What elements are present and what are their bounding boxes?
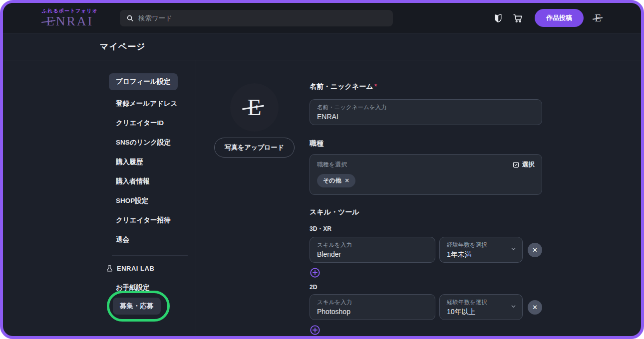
skill-input-value: Photoshop	[317, 308, 428, 316]
occupation-top-row: 職種を選択 選択	[317, 161, 535, 169]
close-icon[interactable]: ✕	[345, 177, 349, 184]
search-input[interactable]	[138, 14, 387, 22]
skills-heading: スキル・ツール	[310, 208, 542, 217]
brand-tagline: ふれるポートフォリオ	[42, 7, 98, 14]
avatar-column: E 写真をアップロード	[220, 82, 289, 336]
required-mark: *	[374, 82, 377, 90]
sidebar-item-profile-settings[interactable]: プロフィール設定	[109, 73, 178, 90]
recruit-wrap: 募集・応募	[116, 298, 161, 315]
occupation-field-label: 職種	[310, 139, 542, 148]
search-bar[interactable]	[120, 10, 393, 26]
flask-icon	[106, 265, 113, 272]
skill-row: スキルを入力 Blender 経験年数を選択 1年未満 ✕	[310, 237, 542, 263]
sidebar-item-withdraw[interactable]: 退会	[116, 236, 196, 244]
upload-photo-button[interactable]: 写真をアップロード	[214, 138, 295, 158]
brand-logo[interactable]: ふれるポートフォリオ ENRAI	[38, 7, 102, 28]
sidebar-item-enrai-lab[interactable]: ENRAI LAB	[106, 265, 196, 272]
sidebar-divider	[112, 255, 188, 256]
name-label-text: 名前・ニックネーム	[310, 82, 373, 90]
sidebar-item-registered-email[interactable]: 登録メールアドレス	[116, 100, 196, 108]
sidebar-item-purchaser-info[interactable]: 購入者情報	[116, 177, 196, 185]
topbar-actions: 作品投稿 E	[492, 9, 601, 27]
remove-skill-button[interactable]: ✕	[528, 243, 542, 257]
sidebar-item-recruit-apply[interactable]: 募集・応募	[113, 298, 161, 315]
skill-category-3dxr: 3D・XR	[310, 225, 542, 233]
cart-icon[interactable]	[512, 12, 524, 24]
sidebar-item-sns-links[interactable]: SNSのリンク設定	[116, 139, 196, 147]
add-skill-button-2d[interactable]	[310, 325, 321, 336]
checkbox-check-icon	[512, 161, 520, 169]
search-icon	[126, 14, 134, 22]
remove-skill-button[interactable]: ✕	[528, 300, 542, 315]
name-input[interactable]: 名前・ニックネームを入力 ENRAI	[310, 99, 542, 125]
years-select-value: 10年以上	[447, 308, 515, 316]
profile-form: 名前・ニックネーム* 名前・ニックネームを入力 ENRAI 職種 職種を選択	[310, 82, 542, 336]
add-skill-button-3dxr[interactable]	[310, 267, 321, 278]
sidebar-item-creator-invite[interactable]: クリエイター招待	[116, 216, 196, 224]
content-area: プロフィール設定 登録メールアドレス クリエイターID SNSのリンク設定 購入…	[3, 60, 641, 336]
skill-input-3dxr[interactable]: スキルを入力 Blender	[310, 237, 435, 263]
occupation-select-label: 選択	[522, 161, 535, 169]
beginner-mark-icon[interactable]	[492, 12, 504, 24]
occupation-placeholder: 職種を選択	[317, 161, 347, 169]
skill-input-placeholder: スキルを入力	[317, 299, 428, 306]
chip-label: その他	[323, 176, 341, 185]
page-title: マイページ	[100, 41, 146, 52]
years-select-3dxr[interactable]: 経験年数を選択 1年未満	[439, 237, 523, 263]
name-field-label: 名前・ニックネーム*	[310, 82, 542, 91]
user-avatar[interactable]: E	[595, 13, 601, 23]
years-select-placeholder: 経験年数を選択	[447, 299, 515, 306]
sidebar: プロフィール設定 登録メールアドレス クリエイターID SNSのリンク設定 購入…	[3, 60, 196, 336]
skill-row: スキルを入力 Photoshop 経験年数を選択 10年以上 ✕	[310, 294, 542, 320]
years-select-2d[interactable]: 経験年数を選択 10年以上	[439, 294, 523, 320]
skill-input-value: Blender	[317, 250, 428, 258]
occupation-select-button[interactable]: 選択	[512, 161, 535, 169]
years-select-placeholder: 経験年数を選択	[447, 241, 515, 249]
chevron-down-icon	[510, 303, 517, 312]
sidebar-item-purchase-history[interactable]: 購入履歴	[116, 158, 196, 166]
profile-avatar[interactable]: E	[230, 83, 279, 132]
sidebar-item-letter-settings[interactable]: お手紙設定	[116, 284, 196, 292]
page-header: マイページ	[3, 33, 641, 60]
occupation-box[interactable]: 職種を選択 選択 その他 ✕	[310, 154, 542, 195]
name-input-placeholder: 名前・ニックネームを入力	[317, 104, 535, 111]
main-panel: E 写真をアップロード 名前・ニックネーム* 名前・ニックネームを入力 ENRA…	[196, 60, 641, 336]
occupation-chip-other[interactable]: その他 ✕	[317, 174, 355, 187]
skill-category-2d: 2D	[310, 284, 542, 291]
submit-work-button[interactable]: 作品投稿	[535, 9, 584, 27]
app-window: ふれるポートフォリオ ENRAI 作品投稿 E	[0, 0, 644, 339]
sidebar-item-label: ENRAI LAB	[117, 265, 154, 272]
years-select-value: 1年未満	[447, 250, 515, 258]
skill-input-placeholder: スキルを入力	[317, 241, 428, 249]
top-navbar: ふれるポートフォリオ ENRAI 作品投稿 E	[3, 3, 641, 33]
chevron-down-icon	[510, 245, 517, 254]
skill-input-2d[interactable]: スキルを入力 Photoshop	[310, 294, 435, 320]
brand-logotype: ENRAI	[46, 14, 93, 28]
sidebar-item-shop-settings[interactable]: SHOP設定	[116, 197, 196, 205]
sidebar-item-creator-id[interactable]: クリエイターID	[116, 119, 196, 127]
name-input-value: ENRAI	[317, 113, 535, 121]
avatar-glyph: E	[247, 96, 261, 119]
